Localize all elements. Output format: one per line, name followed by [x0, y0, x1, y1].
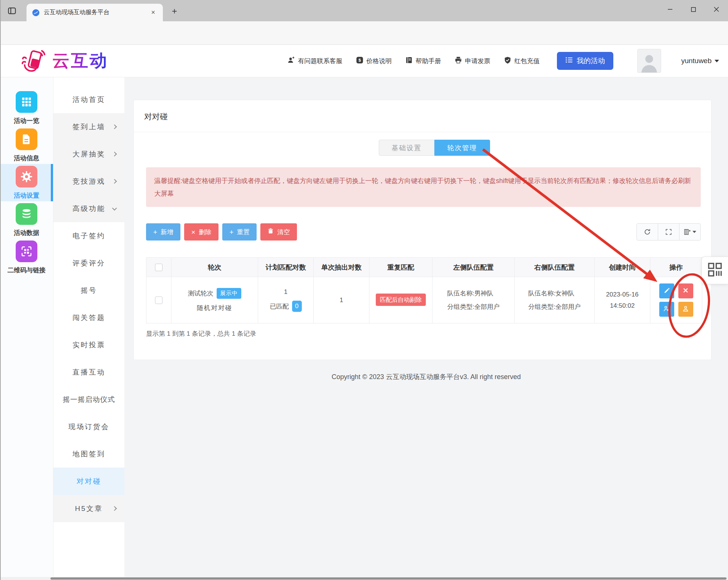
my-activities-button[interactable]: 我的活动 — [557, 52, 613, 70]
chevron-down-icon — [715, 60, 719, 62]
fullscreen-button[interactable] — [658, 223, 679, 241]
table-row: 测试轮次 展示中 随机对对碰 1 已匹配 0 — [146, 277, 702, 323]
chevron-down-icon — [112, 206, 117, 211]
logo-title: 云互动 — [52, 49, 108, 72]
round-mode: 随机对对碰 — [197, 304, 232, 312]
nav-help-manual[interactable]: 帮助手册 — [405, 56, 441, 66]
browser-tab[interactable]: 云互动现场互动服务平台 × — [27, 4, 163, 21]
created-time: 14:50:02 — [610, 302, 635, 310]
column-toggle-button[interactable] — [679, 223, 701, 241]
chevron-right-icon — [112, 152, 117, 156]
clear-button[interactable]: 清空 — [260, 223, 297, 241]
browser-window: 云互动现场互动服务平台 × + ← https://hd.yunhudong.c… — [0, 0, 728, 580]
menu-item-bigscreen-lottery[interactable]: 大屏抽奖 — [53, 140, 124, 168]
browser-tab-bar: 云互动现场互动服务平台 × + — [0, 0, 728, 21]
menu-item-advanced-features[interactable]: 高级功能 — [53, 195, 124, 222]
delete-button[interactable]: ×删除 — [184, 223, 219, 241]
menu-item-signin-wall[interactable]: 签到上墙 — [53, 113, 124, 140]
add-button[interactable]: +新增 — [146, 223, 180, 241]
table-header-row: 轮次 计划匹配对数 单次抽出对数 重复匹配 左侧队伍配置 右侧队伍配置 创建时间… — [146, 258, 702, 277]
tab-close-icon[interactable]: × — [149, 8, 158, 17]
window-close-button[interactable] — [705, 0, 728, 19]
right-team-cell: 队伍名称:女神队分组类型:全部用户 — [515, 277, 595, 323]
menu-item-pair-match[interactable]: 对对碰 — [53, 468, 124, 495]
trash-icon — [267, 228, 274, 236]
row-checkbox[interactable] — [155, 297, 162, 304]
logo-hand-phone-icon — [21, 48, 48, 74]
left-team-name: 队伍名称:男神队 — [447, 290, 493, 297]
nav-redpacket-recharge[interactable]: 红包充值 — [504, 56, 540, 66]
book-icon — [405, 56, 413, 66]
status-badge: 展示中 — [217, 288, 241, 299]
participants-button[interactable] — [678, 302, 693, 317]
avatar[interactable] — [637, 49, 661, 73]
shield-check-icon — [504, 56, 511, 66]
keyboard-tips-alert: 温馨提醒:键盘空格键用于开始或者停止匹配，键盘方向键左键用于切换上一轮，键盘方向… — [146, 167, 701, 207]
menu-item-number-draw[interactable]: 摇号 — [53, 277, 124, 304]
username: yuntuweb — [681, 57, 712, 65]
printer-icon — [455, 56, 462, 66]
person-star-icon — [663, 305, 670, 313]
delete-row-button[interactable] — [678, 283, 693, 298]
menu-item-h5-articles[interactable]: H5文章 — [53, 495, 124, 522]
pencil-icon — [663, 287, 670, 295]
title-divider — [134, 132, 711, 132]
round-cell: 测试轮次 展示中 随机对对碰 — [171, 277, 258, 323]
reset-button[interactable]: +重置 — [222, 223, 257, 241]
sidebar-item-qrcode-links[interactable]: 二维码与链接 — [0, 239, 53, 276]
menu-item-onsite-ordering[interactable]: 现场订货会 — [53, 413, 124, 440]
col-right-team: 右侧队伍配置 — [515, 258, 595, 277]
repeat-policy-cell: 匹配后自动剔除 — [369, 277, 433, 323]
list-icon — [565, 56, 573, 66]
nav-contact-support[interactable]: 有问题联系客服 — [288, 56, 343, 66]
col-created-time: 创建时间 — [595, 258, 650, 277]
created-date: 2023-05-16 — [606, 291, 639, 298]
row-select-cell — [146, 277, 171, 323]
window-minimize-button[interactable] — [659, 0, 682, 19]
match-result-button[interactable] — [659, 302, 674, 317]
menu-item-esign[interactable]: 电子签约 — [53, 222, 124, 249]
chevron-right-icon — [112, 506, 117, 511]
matched-count-badge: 0 — [292, 301, 302, 312]
col-per-draw-pairs: 单次抽出对数 — [314, 258, 369, 277]
menu-item-activity-home[interactable]: 活动首页 — [53, 86, 124, 113]
person-plus-icon — [288, 56, 295, 66]
refresh-button[interactable] — [636, 223, 658, 241]
sidebar-item-activity-overview[interactable]: 活动一览 — [0, 89, 53, 127]
pair-match-card: 对对碰 基础设置 轮次管理 温馨提醒:键盘空格键用于开始或者停止匹配，键盘方向键… — [133, 100, 712, 360]
tab-round-management[interactable]: 轮次管理 — [434, 140, 490, 156]
menu-item-quiz-challenge[interactable]: 闯关答题 — [53, 304, 124, 331]
x-icon — [683, 288, 688, 294]
secondary-sidebar: 活动首页 签到上墙 大屏抽奖 竞技游戏 高级功能 电子签约 评委评分 摇号 闯关… — [53, 77, 124, 577]
menu-item-shake-launch[interactable]: 摇一摇启动仪式 — [53, 386, 124, 413]
main-content: 对对碰 基础设置 轮次管理 温馨提醒:键盘空格键用于开始或者停止匹配，键盘方向键… — [124, 77, 728, 577]
col-planned-pairs: 计划匹配对数 — [258, 258, 314, 277]
site-logo[interactable]: 云互动 — [21, 48, 108, 74]
col-operations: 操作 — [650, 258, 702, 277]
sidebar-item-activity-info[interactable]: 活动信息 — [0, 127, 53, 164]
table-tool-group — [636, 223, 701, 241]
sidebar-item-activity-data[interactable]: 活动数据 — [0, 201, 53, 239]
nav-invoice[interactable]: 申请发票 — [455, 56, 490, 66]
menu-item-judge-scoring[interactable]: 评委评分 — [53, 249, 124, 277]
select-all-checkbox[interactable] — [155, 264, 162, 271]
window-maximize-button[interactable] — [682, 0, 705, 19]
tab-basic-settings[interactable]: 基础设置 — [379, 140, 434, 156]
menu-item-competitive-games[interactable]: 竞技游戏 — [53, 168, 124, 195]
select-all-cell — [146, 258, 171, 277]
menu-item-map-signin[interactable]: 地图签到 — [53, 440, 124, 468]
plus-icon: + — [229, 229, 233, 236]
menu-item-live-interaction[interactable]: 直播互动 — [53, 359, 124, 386]
user-menu[interactable]: yuntuweb — [681, 57, 719, 65]
page-title: 对对碰 — [144, 111, 168, 122]
left-team-cell: 队伍名称:男神队分组类型:全部用户 — [433, 277, 515, 323]
tab-actions-icon[interactable] — [6, 5, 18, 17]
scrollbar-thumb[interactable] — [50, 577, 727, 580]
menu-item-realtime-voting[interactable]: 实时投票 — [53, 331, 124, 359]
tab-title: 云互动现场互动服务平台 — [44, 9, 149, 16]
layout-widget-button[interactable] — [701, 257, 728, 284]
edit-button[interactable] — [659, 283, 674, 298]
sidebar-item-activity-settings[interactable]: 活动设置 — [0, 164, 53, 201]
new-tab-button[interactable]: + — [169, 6, 180, 17]
nav-pricing[interactable]: $ 价格说明 — [356, 56, 392, 66]
